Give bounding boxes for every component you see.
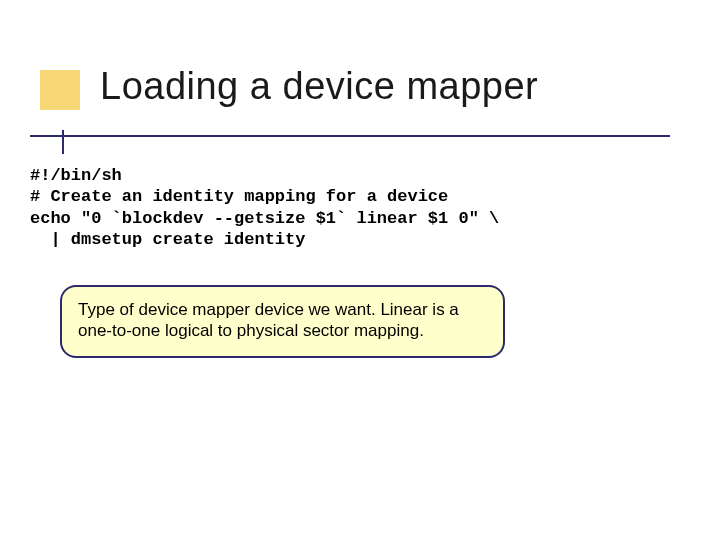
- title-rule: [30, 135, 670, 137]
- code-block: #!/bin/sh # Create an identity mapping f…: [30, 165, 499, 250]
- code-line-1: #!/bin/sh: [30, 166, 122, 185]
- code-line-3: echo "0 `blockdev --getsize $1` linear $…: [30, 209, 499, 228]
- slide: Loading a device mapper #!/bin/sh # Crea…: [0, 0, 720, 540]
- code-line-4: | dmsetup create identity: [30, 230, 305, 249]
- accent-square: [40, 70, 80, 110]
- page-title: Loading a device mapper: [100, 65, 538, 108]
- callout-box: Type of device mapper device we want. Li…: [60, 285, 505, 358]
- callout-text: Type of device mapper device we want. Li…: [78, 300, 459, 340]
- code-line-2: # Create an identity mapping for a devic…: [30, 187, 448, 206]
- title-rule-tick: [62, 130, 64, 154]
